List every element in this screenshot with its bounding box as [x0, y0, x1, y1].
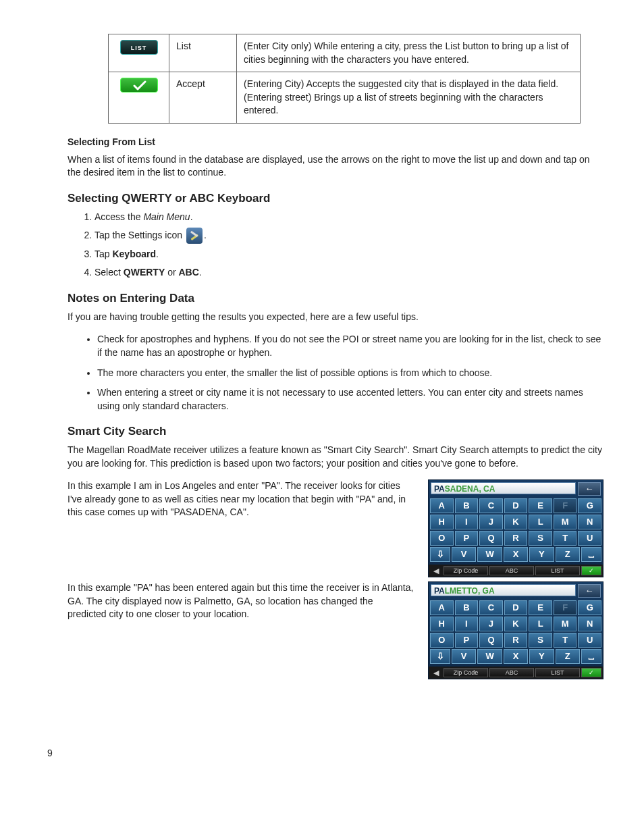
- step-4: Select QWERTY or ABC.: [95, 266, 603, 280]
- key-u[interactable]: U: [578, 633, 601, 648]
- zipcode-button[interactable]: Zip Code: [444, 668, 488, 677]
- list-button[interactable]: LIST: [535, 566, 580, 575]
- shift-key[interactable]: ⇩: [430, 547, 450, 562]
- key-i[interactable]: I: [455, 617, 479, 631]
- key-o[interactable]: O: [430, 633, 454, 648]
- zipcode-button[interactable]: Zip Code: [444, 566, 488, 575]
- page-number: 9: [47, 747, 603, 760]
- heading-notes: Notes on Entering Data: [68, 290, 603, 307]
- key-e[interactable]: E: [529, 600, 552, 615]
- back-arrow-icon[interactable]: ◀: [430, 668, 442, 678]
- city-input[interactable]: PALMETTO, GA: [431, 584, 576, 596]
- bullet: Check for apostrophes and hyphens. If yo…: [97, 333, 603, 359]
- row-desc: (Entering City) Accepts the suggested ci…: [237, 72, 581, 124]
- key-n[interactable]: N: [578, 617, 601, 631]
- key-y[interactable]: Y: [529, 547, 554, 562]
- key-g[interactable]: G: [578, 498, 601, 513]
- icons-table: LIST List (Enter City only) While enteri…: [108, 34, 581, 124]
- key-t[interactable]: T: [554, 531, 577, 546]
- key-o[interactable]: O: [430, 531, 454, 546]
- abc-button[interactable]: ABC: [489, 566, 534, 575]
- key-i[interactable]: I: [455, 515, 479, 529]
- row-name: Accept: [169, 72, 237, 124]
- accept-button[interactable]: ✓: [581, 668, 601, 677]
- key-b[interactable]: B: [455, 600, 479, 615]
- key-p[interactable]: P: [455, 531, 479, 546]
- list-button-icon: LIST: [120, 40, 158, 55]
- city-input[interactable]: PASADENA, CA: [431, 482, 576, 494]
- back-arrow-icon[interactable]: ◀: [430, 566, 442, 576]
- key-k[interactable]: K: [504, 515, 528, 529]
- key-j[interactable]: J: [479, 515, 503, 529]
- key-n[interactable]: N: [578, 515, 601, 529]
- key-v[interactable]: V: [452, 547, 476, 562]
- key-r[interactable]: R: [504, 633, 528, 648]
- body-selecting-from-list: When a list of items found in the databa…: [68, 153, 603, 180]
- key-h[interactable]: H: [430, 515, 454, 529]
- key-m[interactable]: M: [554, 515, 577, 529]
- table-row: LIST List (Enter City only) While enteri…: [109, 34, 581, 72]
- key-r[interactable]: R: [504, 531, 528, 546]
- example-2-text: In this example "PA" has been entered ag…: [68, 581, 414, 621]
- accept-button-icon: [120, 78, 158, 93]
- keyboard-screenshot-1: PASADENA, CA←ABCDEFGHIJKLMNOPQRSTU⇩VWXYZ…: [428, 479, 603, 577]
- key-k[interactable]: K: [504, 617, 528, 631]
- shift-key[interactable]: ⇩: [430, 649, 450, 664]
- bullet: When entering a street or city name it i…: [97, 386, 603, 413]
- key-l[interactable]: L: [529, 515, 552, 529]
- key-x[interactable]: X: [504, 547, 528, 562]
- key-q[interactable]: Q: [479, 531, 503, 546]
- heading-selecting-from-list: Selecting From List: [68, 136, 603, 149]
- key-h[interactable]: H: [430, 617, 454, 631]
- accept-button[interactable]: ✓: [581, 566, 601, 575]
- key-m[interactable]: M: [554, 617, 577, 631]
- heading-smart: Smart City Search: [68, 423, 603, 440]
- key-z[interactable]: Z: [556, 649, 580, 664]
- key-c[interactable]: C: [479, 498, 503, 513]
- key-w[interactable]: W: [477, 649, 502, 664]
- key-x[interactable]: X: [504, 649, 528, 664]
- example-1-text: In this example I am in Los Angeles and …: [68, 479, 414, 519]
- notes-bullets: Check for apostrophes and hyphens. If yo…: [97, 333, 603, 413]
- key-g[interactable]: G: [578, 600, 601, 615]
- list-button[interactable]: LIST: [535, 668, 580, 677]
- bullet: The more characters you enter, the small…: [97, 367, 603, 380]
- backspace-key[interactable]: ←: [578, 584, 601, 598]
- key-p[interactable]: P: [455, 633, 479, 648]
- key-d[interactable]: D: [504, 600, 528, 615]
- abc-button[interactable]: ABC: [489, 668, 534, 677]
- key-j[interactable]: J: [479, 617, 503, 631]
- key-y[interactable]: Y: [529, 649, 554, 664]
- key-f[interactable]: F: [554, 600, 577, 615]
- key-s[interactable]: S: [529, 531, 552, 546]
- notes-intro: If you are having trouble getting the re…: [68, 311, 603, 324]
- step-1: Access the Main Menu.: [95, 211, 603, 224]
- key-f[interactable]: F: [554, 498, 577, 513]
- key-z[interactable]: Z: [556, 547, 580, 562]
- svg-rect-1: [190, 231, 198, 237]
- key-l[interactable]: L: [529, 617, 552, 631]
- backspace-key[interactable]: ←: [578, 482, 601, 496]
- heading-keyboard: Selecting QWERTY or ABC Keyboard: [68, 190, 603, 207]
- steps-list: Access the Main Menu. Tap the Settings i…: [95, 211, 603, 280]
- key-d[interactable]: D: [504, 498, 528, 513]
- key-b[interactable]: B: [455, 498, 479, 513]
- key-u[interactable]: U: [578, 531, 601, 546]
- smart-intro: The Magellan RoadMate receiver utilizes …: [68, 444, 603, 470]
- key-t[interactable]: T: [554, 633, 577, 648]
- table-row: Accept (Entering City) Accepts the sugge…: [109, 72, 581, 124]
- key-v[interactable]: V: [452, 649, 476, 664]
- key-e[interactable]: E: [529, 498, 552, 513]
- settings-icon: [186, 228, 203, 244]
- key-a[interactable]: A: [430, 600, 454, 615]
- step-3: Tap Keyboard.: [95, 248, 603, 261]
- key-a[interactable]: A: [430, 498, 454, 513]
- space-key[interactable]: ⎵: [581, 649, 601, 664]
- key-w[interactable]: W: [477, 547, 502, 562]
- key-c[interactable]: C: [479, 600, 503, 615]
- row-name: List: [169, 34, 237, 72]
- key-s[interactable]: S: [529, 633, 552, 648]
- space-key[interactable]: ⎵: [581, 547, 601, 562]
- key-q[interactable]: Q: [479, 633, 503, 648]
- step-2: Tap the Settings icon .: [95, 229, 603, 242]
